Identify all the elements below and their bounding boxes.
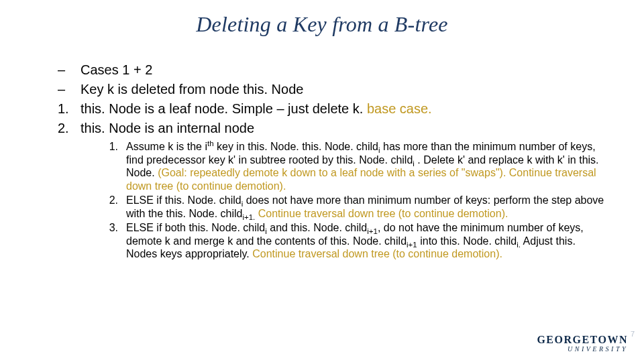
bullet-text: ELSE if this. Node. childi does not have…	[126, 194, 609, 220]
slide: Deleting a Key from a B-tree – Cases 1 +…	[0, 0, 644, 362]
bullet-text: Assume k is the ith key in this. Node. t…	[126, 140, 609, 192]
slide-number: 7	[631, 330, 635, 338]
slide-title: Deleting a Key from a B-tree	[0, 0, 644, 42]
bullet-marker: 1.	[58, 100, 80, 118]
logo-line-2: UNIVERSITY	[537, 346, 628, 353]
main-bullet-list: – Cases 1 + 2 – Key k is deleted from no…	[0, 61, 644, 137]
list-item: – Key k is deleted from node this. Node	[58, 80, 612, 99]
bullet-text: this. Node is a leaf node. Simple – just…	[80, 100, 612, 118]
bullet-marker: 3.	[97, 221, 126, 261]
bullet-marker: 2.	[58, 119, 80, 137]
logo-line-1: GEORGETOWN	[537, 335, 628, 345]
list-item: 1. this. Node is a leaf node. Simple – j…	[58, 100, 612, 118]
list-item: – Cases 1 + 2	[58, 61, 612, 79]
list-item: 3. ELSE if both this. Node. childi and t…	[97, 221, 609, 261]
bullet-marker: 1.	[97, 140, 126, 192]
bullet-text: this. Node is an internal node	[80, 119, 612, 137]
bullet-marker: 2.	[97, 194, 126, 220]
sub-bullet-list: 1. Assume k is the ith key in this. Node…	[0, 140, 644, 261]
bullet-marker: –	[58, 80, 80, 99]
list-item: 2. ELSE if this. Node. childi does not h…	[97, 194, 609, 220]
bullet-text: ELSE if both this. Node. childi and this…	[126, 221, 609, 261]
bullet-marker: –	[58, 61, 80, 79]
list-item: 2. this. Node is an internal node	[58, 119, 612, 137]
bullet-text: Cases 1 + 2	[80, 61, 612, 79]
list-item: 1. Assume k is the ith key in this. Node…	[97, 140, 609, 192]
bullet-text: Key k is deleted from node this. Node	[80, 80, 612, 99]
georgetown-logo: GEORGETOWN UNIVERSITY	[537, 335, 628, 353]
